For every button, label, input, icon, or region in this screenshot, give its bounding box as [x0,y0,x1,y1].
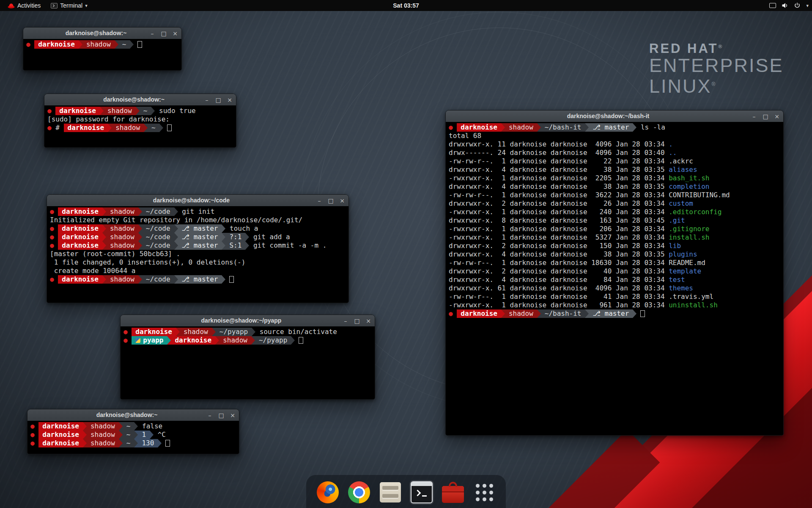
terminal-content[interactable]: ● darknoiseshadow~/bash-it⎇ master ls -l… [446,122,783,435]
minimize-button[interactable]: – [751,113,757,119]
powerline-arrow-icon [251,336,255,345]
brand-line-red-hat: RED HAT® [649,41,784,55]
maximize-button[interactable]: □ [354,318,360,324]
terminal-content[interactable]: ● darknoiseshadow~ false● darknoiseshado… [27,421,239,454]
powerline-arrow-icon [83,431,87,439]
minimize-button[interactable]: – [204,97,210,103]
powerline-arrow-icon [138,275,142,284]
dock-item-terminal[interactable] [409,480,434,505]
app-menu-terminal[interactable]: Terminal ▾ [47,0,91,11]
terminal-line: Initialized empty Git repository in /hom… [50,216,346,224]
prompt-segment-user: darknoise [171,336,215,345]
terminal-text: source bin/activate [255,328,337,336]
dock-item-chrome[interactable] [347,480,371,505]
powerline-arrow-icon [79,40,82,49]
prompt-segment-host: shadow [112,124,144,132]
powerline-arrow-icon [159,124,163,132]
dock-item-show-applications[interactable] [472,480,497,505]
terminal-text: drwxrwxr-x. 4 darknoise darknoise 38 Jan… [449,250,669,258]
maximize-button[interactable]: □ [218,412,224,418]
app-grid-icon [476,484,493,501]
terminal-window-home-2: darknoise@shadow:~ – □ × ● darknoiseshad… [27,409,239,454]
powerline-arrow-icon [585,123,589,132]
terminal-text: drwxrwxr-x. 61 darknoise darknoise 4096 … [449,284,669,292]
prompt-segment-git: ⎇ master [178,241,222,250]
terminal-window-home-1: darknoise@shadow:~ – □ × ● darknoiseshad… [23,27,182,71]
prompt-segment-path: ~ [148,124,159,132]
terminal-line: ● # darknoiseshadow~ [47,124,233,132]
activities-button[interactable]: Activities [4,0,44,11]
terminal-line: -rw-rw-r--. 1 darknoise darknoise 18630 … [449,259,780,267]
minimize-button[interactable]: – [149,30,155,36]
dock-item-files[interactable] [378,480,403,505]
terminal-cursor [299,337,303,344]
close-button[interactable]: × [365,318,371,324]
powerline-arrow-icon [167,336,171,345]
close-button[interactable]: × [774,113,780,119]
powerline-arrow-icon [138,207,142,216]
window-titlebar[interactable]: darknoise@shadow:~ – □ × [23,28,181,39]
prompt-marker-icon: ● [50,241,58,249]
powerline-arrow-icon [245,241,249,250]
prompt-segment-git: ⎇ master [178,224,222,233]
prompt-segment-path: ~/bash-it [541,123,585,132]
prompt-segment-path: ~ [123,439,134,447]
close-button[interactable]: × [339,198,345,204]
terminal-text: .ackrc [669,157,693,165]
maximize-button[interactable]: □ [328,198,334,204]
terminal-line: ● darknoiseshadow~ false [30,422,236,431]
terminal-text: -rwxrwxr-x. 1 darknoise darknoise 2205 J… [449,174,669,182]
terminal-line: ● darknoiseshadow~1 ^C [30,431,236,439]
terminal-text: .travis.yml [669,293,713,301]
prompt-segment-user: darknoise [58,241,102,250]
prompt-marker-icon: ● [123,336,132,344]
close-button[interactable]: × [230,412,236,418]
chrome-icon [348,481,370,503]
powerline-arrow-icon [222,241,225,250]
powerline-arrow-icon [138,224,142,233]
powerline-arrow-icon [537,309,541,318]
powerline-arrow-icon [134,431,138,439]
brand-line-linux: LINUX® [649,76,784,97]
window-titlebar[interactable]: darknoise@shadow:~ – □ × [44,94,236,106]
minimize-button[interactable]: – [343,318,348,324]
powerline-arrow-icon [174,207,178,216]
powerline-arrow-icon [174,275,178,284]
terminal-text: git commit -a -m . [249,241,326,249]
terminal-line: -rw-rw-r--. 1 darknoise darknoise 22 Jan… [449,157,780,166]
terminal-text: -rw-rw-r--. 1 darknoise darknoise 3622 J… [449,191,669,199]
clock[interactable]: Sat 03:57 [393,2,419,9]
window-titlebar[interactable]: darknoise@shadow:~/code – □ × [47,195,348,207]
window-titlebar[interactable]: darknoise@shadow:~ – □ × [27,409,239,421]
dock-item-firefox[interactable] [315,480,340,505]
maximize-button[interactable]: □ [161,30,167,36]
prompt-segment-venv: pyapp [132,336,167,345]
prompt-segment-user: darknoise [64,124,108,132]
minimize-button[interactable]: – [316,198,322,204]
minimize-button[interactable]: – [207,412,213,418]
close-button[interactable]: × [227,97,233,103]
terminal-line: [master (root-commit) 50bcb63] . [50,250,346,258]
window-titlebar[interactable]: darknoise@shadow:~/bash-it – □ × [446,110,783,122]
prompt-segment-user: darknoise [38,439,83,447]
terminal-content[interactable]: ● darknoiseshadow~/code git initInitiali… [47,206,348,303]
close-button[interactable]: × [172,30,178,36]
terminal-content[interactable]: ● darknoiseshadow~/pyapp source bin/acti… [121,326,375,399]
maximize-button[interactable]: □ [215,97,221,103]
dock [306,475,506,508]
window-titlebar[interactable]: darknoise@shadow:~/pyapp – □ × [121,315,375,327]
terminal-text: -rw-rw-r--. 1 darknoise darknoise 22 Jan… [449,157,669,165]
prompt-segment-path: ~ [118,40,130,49]
prompt-segment-user: darknoise [58,207,102,216]
dock-item-toolbox[interactable] [441,480,465,505]
terminal-content[interactable]: ● darknoiseshadow~ [23,39,181,70]
terminal-text: ^C [154,431,166,439]
terminal-text: drwxrwxr-x. 4 darknoise darknoise 38 Jan… [449,182,669,190]
terminal-line: ● darknoiseshadow~/code⎇ masterS:1 git c… [50,241,346,250]
system-status-area[interactable]: ▾ [769,0,809,11]
terminal-content[interactable]: ● darknoiseshadow~ sudo true[sudo] passw… [44,105,236,147]
powerline-arrow-icon [100,107,104,115]
prompt-segment-host: shadow [106,233,138,241]
terminal-text: custom [669,199,693,207]
maximize-button[interactable]: □ [763,113,768,119]
